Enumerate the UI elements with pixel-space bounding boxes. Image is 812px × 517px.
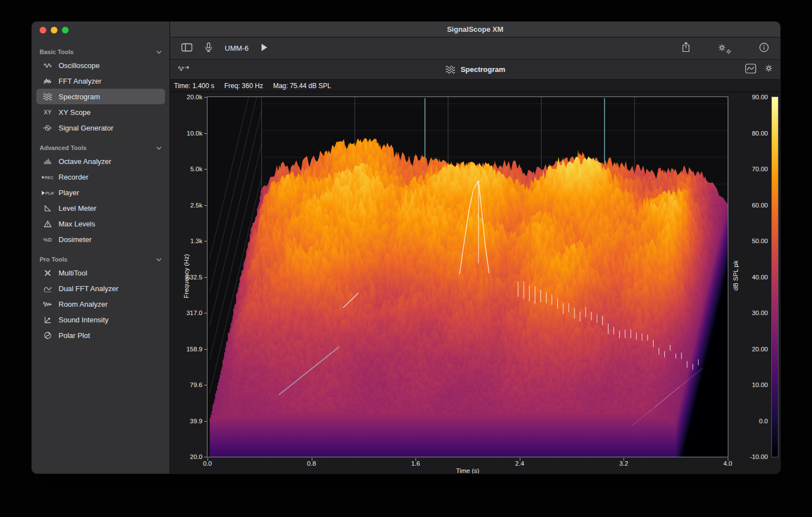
x-tick-label: 0.8 bbox=[299, 460, 324, 467]
sidebar-item-octave-analyzer[interactable]: Octave Analyzer bbox=[36, 153, 165, 169]
sidebar-item-dosimeter[interactable]: %DDosimeter bbox=[36, 231, 165, 247]
tick-mark bbox=[204, 457, 207, 457]
x-tick-label: 1.6 bbox=[403, 460, 428, 467]
sidebar-item-label: Polar Plot bbox=[59, 331, 90, 340]
dosimeter-icon: %D bbox=[40, 235, 55, 244]
info-button[interactable] bbox=[759, 42, 769, 55]
chevron-down-icon bbox=[156, 50, 162, 54]
dual-fft-analyzer-icon bbox=[40, 284, 55, 293]
play-button[interactable] bbox=[261, 44, 268, 54]
window-controls bbox=[32, 22, 170, 38]
sidebar-item-recorder[interactable]: RECRecorder bbox=[36, 169, 165, 185]
play-icon bbox=[261, 44, 268, 54]
tick-mark bbox=[204, 241, 207, 241]
close-button[interactable] bbox=[40, 27, 46, 33]
settings-button[interactable] bbox=[717, 42, 732, 55]
cursor-readout: Time: 1.400 s Freq: 360 Hz Mag: 75.44 dB… bbox=[170, 80, 780, 92]
colorbar-tick-label: 0.0 bbox=[740, 417, 768, 425]
microphone-icon bbox=[205, 42, 212, 55]
tick-mark bbox=[204, 277, 207, 278]
sidebar-item-label: Level Meter bbox=[59, 204, 96, 212]
tick-mark bbox=[204, 313, 207, 313]
content-column: SignalScope XM UMM-6 bbox=[170, 22, 780, 473]
gear-icon bbox=[764, 64, 774, 75]
sidebar-item-label: MultiTool bbox=[59, 269, 87, 277]
colorbar-tick-label: 10.00 bbox=[740, 381, 768, 389]
colorbar bbox=[771, 96, 779, 457]
colorbar-tick-label: 60.00 bbox=[740, 201, 768, 209]
xy-scope-icon: XY bbox=[40, 108, 55, 117]
desktop: Basic ToolsOscilloscopeFFT AnalyzerSpect… bbox=[0, 0, 812, 517]
sidebar-section-advanced-tools[interactable]: Advanced Tools bbox=[36, 142, 165, 153]
signal-input-button[interactable] bbox=[178, 65, 190, 75]
colorbar-tick-label: 40.00 bbox=[740, 273, 768, 281]
signal-generator-icon bbox=[40, 123, 55, 132]
sidebar-toggle-button[interactable] bbox=[181, 43, 192, 54]
signal-input-icon bbox=[178, 65, 190, 75]
sidebar-item-label: Recorder bbox=[59, 173, 88, 181]
fft-analyzer-icon bbox=[40, 76, 55, 85]
section-label: Advanced Tools bbox=[40, 144, 86, 151]
zoom-button[interactable] bbox=[62, 27, 69, 33]
sidebar-item-label: Signal Generator bbox=[59, 124, 113, 132]
sidebar-toggle-icon bbox=[181, 43, 192, 54]
chart-style-button[interactable] bbox=[745, 64, 756, 76]
plot-frame bbox=[207, 96, 728, 457]
colorbar-tick-label: 30.00 bbox=[740, 309, 768, 317]
readout-time: Time: 1.400 s bbox=[174, 82, 214, 90]
sidebar-item-multitool[interactable]: MultiTool bbox=[36, 265, 165, 281]
y-tick-label: 2.5k bbox=[170, 201, 202, 209]
spectrogram-waves-icon bbox=[40, 92, 55, 101]
colorbar-tick-label: 20.00 bbox=[740, 345, 768, 353]
sidebar-item-label: Spectrogram bbox=[59, 93, 100, 101]
device-name[interactable]: UMM-6 bbox=[225, 44, 249, 52]
tick-mark bbox=[204, 205, 207, 206]
sidebar-item-level-meter[interactable]: Level Meter bbox=[36, 200, 165, 216]
sidebar-item-fft-analyzer[interactable]: FFT Analyzer bbox=[36, 73, 165, 89]
share-icon bbox=[682, 42, 690, 55]
sidebar-item-label: Sound Intensity bbox=[59, 316, 109, 324]
colorbar-tick-label: 90.00 bbox=[740, 93, 768, 101]
y-tick-label: 20.0k bbox=[170, 93, 202, 101]
titlebar: SignalScope XM bbox=[170, 22, 780, 37]
chart-style-icon bbox=[745, 64, 756, 76]
tick-mark bbox=[624, 458, 624, 461]
sidebar-item-polar-plot[interactable]: Polar Plot bbox=[36, 327, 165, 343]
sidebar-item-label: Max Levels bbox=[59, 220, 95, 228]
sidebar-section-basic-tools[interactable]: Basic Tools bbox=[36, 46, 165, 57]
sidebar-section-pro-tools[interactable]: Pro Tools bbox=[36, 254, 165, 265]
oscilloscope-icon bbox=[40, 61, 55, 70]
y-tick-label: 10.0k bbox=[170, 129, 202, 137]
colorbar-tick-label: 80.00 bbox=[740, 129, 768, 137]
svg-text:XY: XY bbox=[44, 109, 51, 115]
input-device-button[interactable] bbox=[205, 42, 212, 55]
sidebar-item-dual-fft-analyzer[interactable]: Dual FFT Analyzer bbox=[36, 281, 165, 296]
polar-plot-icon bbox=[40, 331, 55, 340]
sidebar-item-signal-generator[interactable]: Signal Generator bbox=[36, 120, 165, 136]
spectrogram-canvas[interactable] bbox=[207, 97, 728, 457]
share-button[interactable] bbox=[682, 42, 690, 55]
tick-mark bbox=[204, 421, 207, 422]
tick-mark bbox=[204, 97, 207, 98]
minimize-button[interactable] bbox=[51, 27, 57, 33]
view-title: Spectrogram bbox=[461, 65, 505, 74]
sidebar-item-xy-scope[interactable]: XYXY Scope bbox=[36, 104, 165, 120]
info-icon bbox=[759, 42, 769, 55]
sidebar-item-player[interactable]: PLAYPlayer bbox=[36, 185, 165, 200]
sidebar-item-sound-intensity[interactable]: Sound Intensity bbox=[36, 312, 165, 327]
y-tick-label: 632.5 bbox=[170, 273, 202, 281]
sidebar-item-spectrogram[interactable]: Spectrogram bbox=[36, 89, 165, 104]
x-axis-title: Time (s) bbox=[207, 467, 728, 474]
sidebar-sections: Basic ToolsOscilloscopeFFT AnalyzerSpect… bbox=[32, 38, 170, 347]
x-tick-label: 3.2 bbox=[611, 460, 636, 467]
y-tick-label: 79.6 bbox=[170, 381, 202, 389]
sound-intensity-icon bbox=[40, 315, 55, 324]
sidebar-item-room-analyzer[interactable]: Room Analyzer bbox=[36, 296, 165, 312]
x-tick-label: 4.0 bbox=[716, 460, 740, 467]
sidebar-item-oscilloscope[interactable]: Oscilloscope bbox=[36, 57, 165, 73]
y-tick-label: 317.0 bbox=[170, 309, 202, 317]
section-label: Pro Tools bbox=[40, 256, 67, 263]
sidebar-item-max-levels[interactable]: Max Levels bbox=[36, 216, 165, 231]
tick-mark bbox=[204, 133, 207, 134]
view-settings-button[interactable] bbox=[764, 64, 774, 75]
